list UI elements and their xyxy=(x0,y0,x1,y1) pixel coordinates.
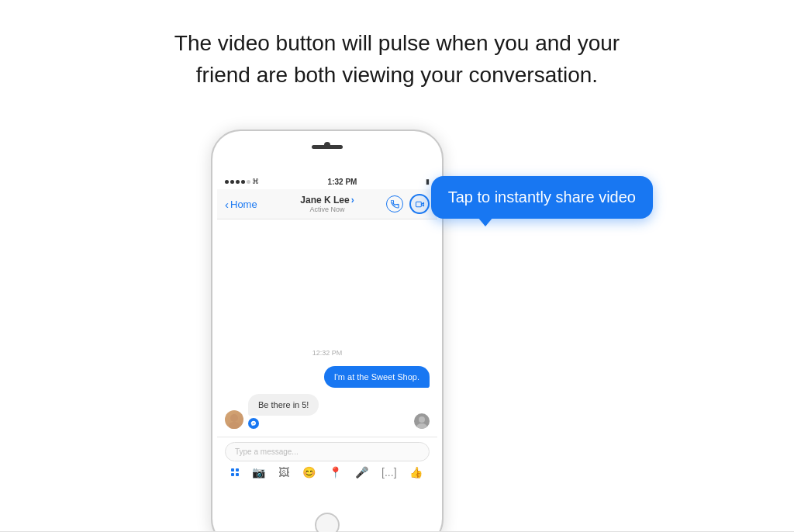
video-call-button[interactable] xyxy=(409,194,430,214)
chat-timestamp: 12:32 PM xyxy=(225,349,430,357)
phone-mockup: ⌘ 1:32 PM ▮ ‹ Home Jane K Lee › xyxy=(211,130,444,532)
nav-actions xyxy=(386,194,430,214)
avatar-image xyxy=(225,410,243,429)
battery-icon: ▮ xyxy=(426,178,430,185)
active-status: Active Now xyxy=(300,206,354,213)
nav-bar: ‹ Home Jane K Lee › Active Now xyxy=(217,189,437,219)
signal-dot xyxy=(247,180,250,184)
contact-arrow: › xyxy=(351,195,354,206)
back-label: Home xyxy=(230,199,257,210)
home-button[interactable] xyxy=(315,513,340,532)
headline: The video button will pulse when you and… xyxy=(174,28,620,91)
message-right: I'm at the Sweet Shop. xyxy=(324,366,430,388)
contact-avatar xyxy=(225,410,243,429)
like-button[interactable]: 👍 xyxy=(409,466,423,478)
more-icon[interactable]: [...] xyxy=(381,466,396,478)
signal-dot xyxy=(236,180,240,184)
svg-point-3 xyxy=(229,422,240,429)
headline-line2: friend are both viewing your conversatio… xyxy=(174,60,620,92)
camera-icon[interactable]: 📷 xyxy=(252,466,265,478)
toolbar: 📷 🖼 😊 📍 🎤 [...] 👍 xyxy=(225,461,430,480)
status-time: 1:32 PM xyxy=(328,178,357,186)
photo-icon[interactable]: 🖼 xyxy=(278,466,289,478)
phone-speaker xyxy=(312,145,343,149)
message-left-row: Be there in 5! xyxy=(225,394,430,429)
signal-dot xyxy=(241,180,245,184)
nav-center: Jane K Lee › Active Now xyxy=(300,195,354,213)
svg-point-2 xyxy=(230,414,238,422)
tooltip-text: Tap to instantly share video xyxy=(448,188,636,206)
headline-line1: The video button will pulse when you and… xyxy=(174,28,620,60)
location-icon[interactable]: 📍 xyxy=(329,466,342,478)
message-left: Be there in 5! xyxy=(248,394,319,416)
scene: ⌘ 1:32 PM ▮ ‹ Home Jane K Lee › xyxy=(118,114,676,517)
back-chevron-icon: ‹ xyxy=(225,198,229,211)
signal-dot xyxy=(230,180,234,184)
chat-area: 12:32 PM I'm at the Sweet Shop. xyxy=(217,219,437,437)
call-button[interactable] xyxy=(386,195,403,212)
emoji-icon[interactable]: 😊 xyxy=(302,466,316,478)
tooltip-bubble: Tap to instantly share video xyxy=(431,176,653,219)
audio-icon[interactable]: 🎤 xyxy=(355,466,368,478)
svg-rect-1 xyxy=(416,202,421,206)
svg-point-5 xyxy=(416,423,427,429)
svg-point-4 xyxy=(419,416,425,423)
signal-dot xyxy=(225,180,229,184)
input-bar: Type a message... 📷 🖼 😊 📍 🎤 xyxy=(217,437,437,485)
messenger-icon xyxy=(248,418,259,429)
wifi-icon: ⌘ xyxy=(252,178,259,185)
apps-button[interactable] xyxy=(231,468,239,476)
message-input[interactable]: Type a message... xyxy=(225,442,430,461)
back-button[interactable]: ‹ Home xyxy=(225,198,257,211)
status-bar: ⌘ 1:32 PM ▮ xyxy=(217,174,437,189)
contact-name: Jane K Lee › xyxy=(300,195,354,206)
signal-dots: ⌘ xyxy=(225,178,259,185)
phone-screen: ⌘ 1:32 PM ▮ ‹ Home Jane K Lee › xyxy=(217,174,437,504)
